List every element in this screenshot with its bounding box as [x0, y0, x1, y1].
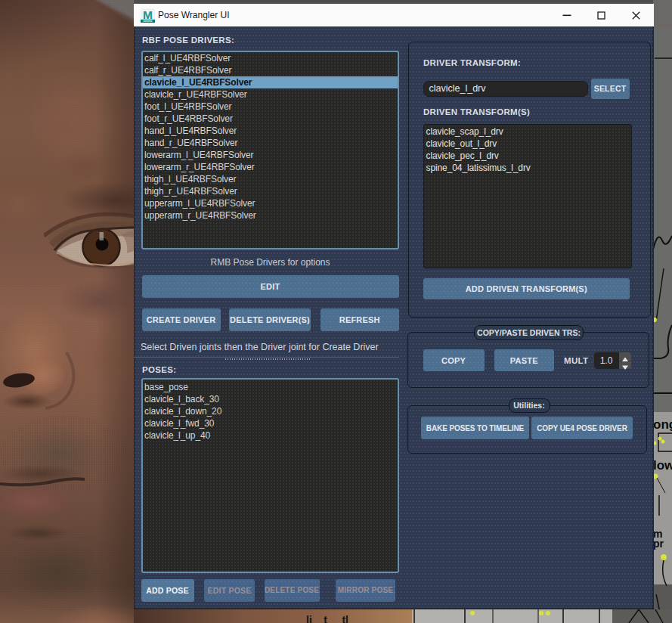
svg-text:M: M	[143, 8, 153, 21]
svg-text:low: low	[653, 458, 672, 473]
svg-text:ong: ong	[653, 417, 672, 432]
svg-text:pr: pr	[653, 538, 664, 550]
